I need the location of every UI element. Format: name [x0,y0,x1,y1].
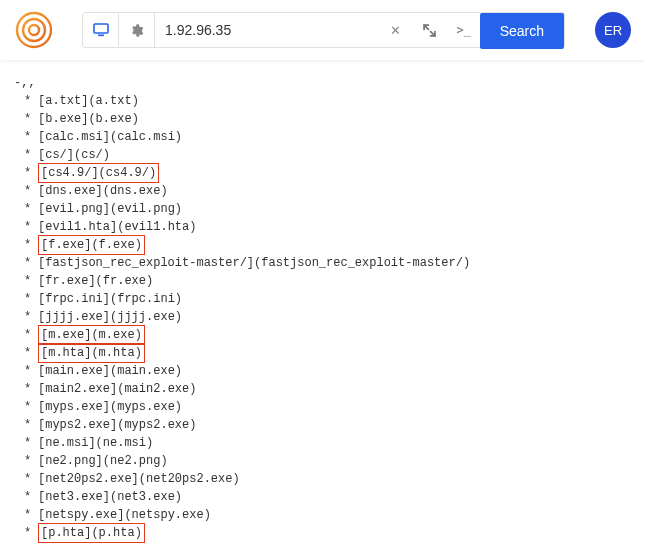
bullet: * [24,326,38,344]
entry-name-bracketed: [ne.msi] [38,436,96,450]
entry: [frpc.ini](frpc.ini) [38,292,182,306]
entry-link[interactable]: (net3.exe) [110,490,182,504]
entry-name-bracketed: [netspy.exe] [38,508,124,522]
list-item: * [main2.exe](main2.exe) [24,380,639,398]
listing-prefix: -,, [14,74,639,92]
entry: [evil.png](evil.png) [38,202,182,216]
file-listing: * [a.txt](a.txt)* [b.exe](b.exe)* [calc.… [24,92,639,544]
entry-name-bracketed: [a.txt] [38,94,88,108]
bullet: * [24,236,38,254]
entry-name-bracketed: [p.hta] [41,526,91,540]
entry-name-bracketed: [myps2.exe] [38,418,117,432]
entry-link[interactable]: (cs4.9/) [99,166,157,180]
entry-name-bracketed: [net20ps2.exe] [38,472,139,486]
entry-name-bracketed: [net3.exe] [38,490,110,504]
display-mode-button[interactable] [83,13,119,47]
close-icon: ✕ [390,23,401,38]
address-input[interactable] [155,13,379,47]
bullet: * [24,272,38,290]
terminal-button[interactable]: >_ [447,13,481,47]
bullet: * [24,488,38,506]
list-item: * [ne.msi](ne.msi) [24,434,639,452]
entry-link[interactable]: (p.hta) [91,526,141,540]
entry: [dns.exe](dns.exe) [38,184,168,198]
list-item: * [m.hta](m.hta) [24,344,639,362]
entry-link[interactable]: (evil1.hta) [117,220,196,234]
entry-link[interactable]: (m.exe) [91,328,141,342]
entry-name-bracketed: [main2.exe] [38,382,117,396]
entry: [cs4.9/](cs4.9/) [38,163,159,183]
entry: [main2.exe](main2.exe) [38,382,196,396]
list-item: * [net3.exe](net3.exe) [24,488,639,506]
list-item: * [m.exe](m.exe) [24,326,639,344]
entry-link[interactable]: (ne2.png) [103,454,168,468]
entry: [fr.exe](fr.exe) [38,274,153,288]
bullet: * [24,524,38,542]
entry-link[interactable]: (f.exe) [91,238,141,252]
terminal-icon: >_ [456,23,470,37]
entry: [cs/](cs/) [38,148,110,162]
entry: [m.exe](m.exe) [38,325,145,345]
list-item: * [cs/](cs/) [24,146,639,164]
bullet: * [24,182,38,200]
bullet: * [24,506,38,524]
avatar[interactable]: ER [595,12,631,48]
entry-link[interactable]: (dns.exe) [103,184,168,198]
entry-link[interactable]: (myps.exe) [110,400,182,414]
entry: [ne.msi](ne.msi) [38,436,153,450]
entry-link[interactable]: (net20ps2.exe) [139,472,240,486]
svg-rect-3 [94,24,108,33]
entry: [p.hta](p.hta) [38,523,145,543]
entry-link[interactable]: (fastjson_rec_exploit-master/) [254,256,470,270]
clear-button[interactable]: ✕ [379,13,413,47]
entry-link[interactable]: (a.txt) [88,94,138,108]
entry: [netspy.exe](netspy.exe) [38,508,211,522]
list-item: * [netspy.exe](netspy.exe) [24,506,639,524]
search-button[interactable]: Search [480,13,564,49]
settings-button[interactable] [119,13,155,47]
entry-name-bracketed: [jjjj.exe] [38,310,110,324]
list-item: * [fastjson_rec_exploit-master/](fastjso… [24,254,639,272]
svg-point-2 [29,25,39,35]
entry-name-bracketed: [frpc.ini] [38,292,110,306]
list-item: * [myps.exe](myps.exe) [24,398,639,416]
entry-link[interactable]: (fr.exe) [96,274,154,288]
entry: [a.txt](a.txt) [38,94,139,108]
entry-link[interactable]: (main.exe) [110,364,182,378]
list-item: * [evil.png](evil.png) [24,200,639,218]
entry-link[interactable]: (m.hta) [91,346,141,360]
entry-name-bracketed: [cs/] [38,148,74,162]
list-item: * [jjjj.exe](jjjj.exe) [24,308,639,326]
list-item: * [main.exe](main.exe) [24,362,639,380]
bullet: * [24,92,38,110]
entry-link[interactable]: (netspy.exe) [124,508,210,522]
logo[interactable] [14,10,54,50]
list-item: * [myps2.exe](myps2.exe) [24,416,639,434]
entry-link[interactable]: (main2.exe) [117,382,196,396]
bullet: * [24,254,38,272]
entry-link[interactable]: (evil.png) [110,202,182,216]
entry-name-bracketed: [dns.exe] [38,184,103,198]
entry-name-bracketed: [fastjson_rec_exploit-master/] [38,256,254,270]
list-item: * [frpc.ini](frpc.ini) [24,290,639,308]
entry: [b.exe](b.exe) [38,112,139,126]
expand-button[interactable] [413,13,447,47]
entry: [evil1.hta](evil1.hta) [38,220,196,234]
entry-name-bracketed: [evil1.hta] [38,220,117,234]
entry-link[interactable]: (myps2.exe) [117,418,196,432]
entry: [myps2.exe](myps2.exe) [38,418,196,432]
entry-link[interactable]: (cs/) [74,148,110,162]
list-item: * [ne2.png](ne2.png) [24,452,639,470]
entry-name-bracketed: [fr.exe] [38,274,96,288]
entry-link[interactable]: (ne.msi) [96,436,154,450]
entry-link[interactable]: (calc.msi) [110,130,182,144]
entry-link[interactable]: (jjjj.exe) [110,310,182,324]
topbar: ✕ >_ Search ER [0,0,645,60]
entry-link[interactable]: (frpc.ini) [110,292,182,306]
entry: [fastjson_rec_exploit-master/](fastjson_… [38,256,470,270]
entry: [calc.msi](calc.msi) [38,130,182,144]
bullet: * [24,218,38,236]
entry-name-bracketed: [calc.msi] [38,130,110,144]
entry-name-bracketed: [b.exe] [38,112,88,126]
entry-link[interactable]: (b.exe) [88,112,138,126]
